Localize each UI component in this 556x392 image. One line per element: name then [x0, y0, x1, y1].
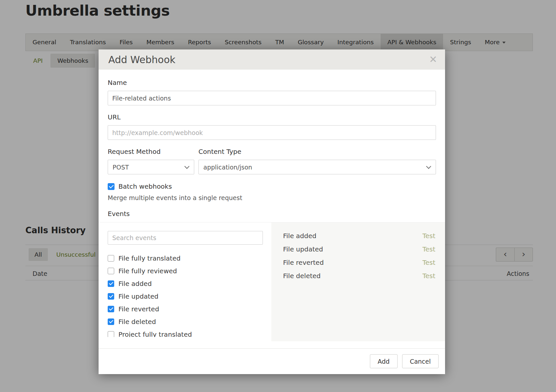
content-type-value: application/json — [203, 164, 252, 171]
checkbox[interactable] — [108, 280, 114, 287]
selected-event-name: File updated — [283, 245, 323, 253]
event-option-file-reverted[interactable]: File reverted — [108, 303, 263, 315]
event-option-project-fully-translated[interactable]: Project fully translated — [108, 328, 263, 337]
events-available-list: File fully translated File fully reviewe… — [99, 223, 271, 341]
search-events-input[interactable] — [108, 231, 263, 245]
event-option-file-added[interactable]: File added — [108, 277, 263, 290]
selected-event-row: File added Test — [283, 229, 435, 242]
event-option-label: File updated — [118, 292, 158, 300]
batch-webhooks-row[interactable]: Batch webhooks — [108, 182, 436, 190]
chevron-down-icon — [184, 164, 190, 169]
event-option-file-fully-reviewed[interactable]: File fully reviewed — [108, 264, 263, 277]
name-label: Name — [108, 79, 436, 87]
checkbox[interactable] — [108, 306, 114, 312]
name-field-group: Name — [108, 79, 436, 105]
content-type-group: Content Type application/json — [198, 148, 436, 174]
event-option-file-fully-translated[interactable]: File fully translated — [108, 252, 263, 264]
selected-event-name: File added — [283, 232, 316, 240]
cancel-button[interactable]: Cancel — [402, 354, 439, 368]
event-option-label: File deleted — [118, 318, 156, 326]
modal-header: Add Webhook ✕ — [99, 49, 445, 70]
modal-footer: Add Cancel — [99, 348, 445, 374]
events-label: Events — [108, 210, 436, 218]
modal-body: Name URL Request Method POST Content Typ… — [99, 70, 445, 341]
event-option-label: Project fully translated — [118, 331, 192, 337]
modal-footer-spacer — [99, 341, 445, 348]
selected-event-row: File reverted Test — [283, 256, 435, 269]
event-option-label: File fully translated — [118, 254, 181, 262]
selected-event-name: File deleted — [283, 272, 321, 280]
batch-webhooks-checkbox[interactable] — [108, 183, 115, 190]
test-link[interactable]: Test — [423, 272, 435, 280]
events-panel: File fully translated File fully reviewe… — [99, 222, 445, 341]
test-link[interactable]: Test — [423, 259, 435, 266]
event-option-label: File reverted — [118, 305, 159, 313]
events-selected-list: File added Test File updated Test File r… — [271, 223, 445, 341]
url-field-group: URL — [108, 113, 436, 140]
request-method-group: Request Method POST — [108, 148, 194, 174]
request-method-value: POST — [113, 164, 129, 171]
close-icon[interactable]: ✕ — [429, 55, 437, 64]
checkbox[interactable] — [108, 331, 114, 337]
batch-webhooks-label: Batch webhooks — [118, 182, 172, 190]
batch-webhooks-help: Merge multiple events into a single requ… — [108, 194, 436, 201]
test-link[interactable]: Test — [423, 245, 435, 253]
url-input[interactable] — [108, 125, 436, 140]
event-option-label: File added — [118, 280, 152, 288]
event-option-label: File fully reviewed — [118, 267, 177, 275]
checkbox[interactable] — [108, 293, 114, 300]
checkbox[interactable] — [108, 255, 114, 262]
test-link[interactable]: Test — [423, 232, 435, 240]
url-label: URL — [108, 113, 436, 121]
add-button[interactable]: Add — [370, 354, 398, 368]
checkbox[interactable] — [108, 318, 114, 325]
selected-event-row: File deleted Test — [283, 269, 435, 282]
add-webhook-modal: Add Webhook ✕ Name URL Request Method PO… — [99, 49, 445, 374]
method-content-row: Request Method POST Content Type applica… — [108, 148, 436, 174]
chevron-down-icon — [426, 164, 431, 169]
name-input[interactable] — [108, 91, 436, 105]
content-type-select[interactable]: application/json — [198, 160, 436, 174]
event-option-file-deleted[interactable]: File deleted — [108, 315, 263, 328]
request-method-select[interactable]: POST — [108, 160, 194, 174]
selected-event-row: File updated Test — [283, 242, 435, 256]
request-method-label: Request Method — [108, 148, 194, 155]
modal-title: Add Webhook — [108, 54, 429, 65]
content-type-label: Content Type — [198, 148, 436, 155]
checkbox[interactable] — [108, 268, 114, 274]
event-option-file-updated[interactable]: File updated — [108, 290, 263, 303]
selected-event-name: File reverted — [283, 259, 324, 266]
events-checkbox-list: File fully translated File fully reviewe… — [108, 252, 263, 337]
